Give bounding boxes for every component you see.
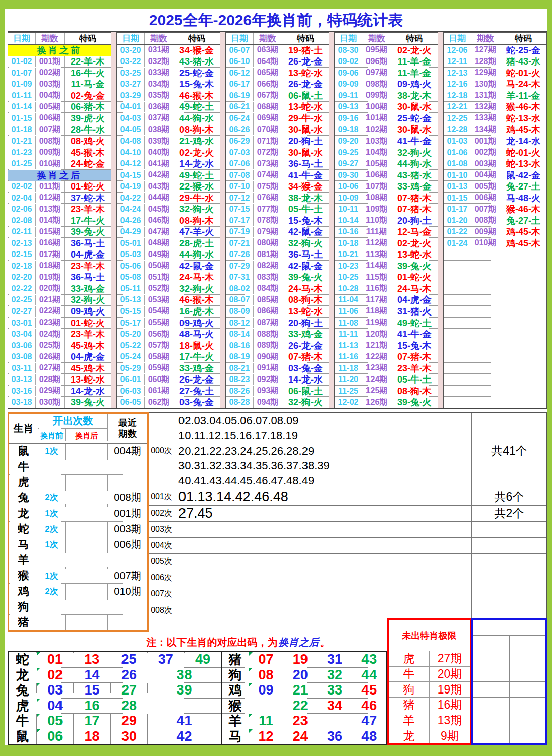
draw-row: 02-27022期09-鸡-火 (8, 306, 111, 318)
mapping-row: 兔03152739 (9, 683, 221, 699)
draw-date: 05-17 (117, 318, 145, 329)
draw-row: 05-11052期32-狗-火 (117, 283, 220, 295)
draw-code: 26-龙-金 (173, 374, 220, 385)
draw-period: 076期 (254, 193, 282, 204)
draw-period: 093期 (254, 386, 282, 397)
draw-row: 05-22057期18-鼠-火 (117, 340, 220, 352)
draw-row: 09-20103期41-牛-金 (335, 136, 438, 147)
frequency-label: 007次 (149, 586, 174, 602)
frequency-numbers (174, 538, 472, 553)
zodiac-label: 鼠 (9, 729, 37, 744)
col-header-period: 期数 (471, 33, 500, 44)
draw-code: 蛇-25-金 (500, 45, 546, 56)
col-header-date: 日期 (444, 33, 471, 44)
period-table-group: 日期期数特码换肖之前01-02001期22-羊-木01-07002期16-牛-火… (8, 32, 111, 408)
draw-code: 46-猴-木 (173, 295, 220, 306)
draw-row: 01-06002期蛇-01-火 (444, 147, 546, 159)
draw-code: 39-兔-火 (282, 272, 329, 283)
draw-code: 蛇-13-水 (500, 158, 546, 169)
empty-cell (510, 636, 546, 651)
draw-date: 09-11 (335, 90, 362, 101)
draw-period: 004期 (471, 170, 500, 181)
draw-period: 105期 (362, 158, 391, 169)
draw-period: 003期 (36, 79, 65, 90)
draw-period: 003期 (471, 158, 500, 169)
draw-date: 03-25 (117, 68, 145, 79)
draw-period: 042期 (145, 170, 173, 181)
draw-period: 096期 (362, 56, 391, 68)
draw-period: 009期 (36, 147, 65, 158)
note-prefix: 注：以下生肖的对应出码，为 (147, 636, 278, 649)
draw-code: 07-猪-木 (282, 351, 329, 362)
draw-period: 015期 (36, 227, 65, 238)
draw-date: 06-05 (117, 397, 145, 408)
draw-code (500, 295, 546, 306)
draw-period (471, 340, 500, 351)
draw-row (444, 249, 546, 261)
draw-row: 01-09003期11-马-金 (8, 79, 111, 91)
zodiac-mapping-table-left: 蛇0113253749龙02142638兔03152739虎041628牛051… (8, 651, 222, 745)
draw-row (444, 261, 546, 272)
draw-period: 020期 (36, 283, 65, 294)
zodiac-label: 羊 (222, 714, 249, 729)
draw-period: 085期 (254, 295, 282, 306)
limit-row: 龙9期 (389, 728, 470, 743)
limit-zodiac: 牛 (389, 667, 430, 682)
draw-period: 107期 (362, 181, 391, 192)
draw-date: 02-08 (8, 215, 36, 226)
draw-period: 007期 (36, 124, 65, 136)
frequency-table: 000次02.03.04.05.06.07.08.0910.11.12.15.1… (149, 412, 547, 618)
zodiac-number: 32 (318, 668, 352, 683)
zodiac-number: 39 (148, 683, 221, 698)
draw-code: 38-龙-木 (282, 193, 329, 204)
zodiac-label: 龙 (9, 506, 38, 521)
zodiac-label: 蛇 (9, 522, 38, 537)
zodiac-label: 马 (222, 729, 249, 744)
draw-period (471, 306, 500, 317)
draw-period: 006期 (471, 193, 500, 204)
draw-row: 05-20056期48-马-火 (117, 329, 220, 340)
group-header: 日期期数特码 (117, 33, 220, 45)
draw-date: 03-13 (8, 374, 36, 385)
draw-code: 41-牛-金 (282, 170, 329, 181)
col-header-period: 期数 (36, 33, 65, 44)
zodiac-stat-row: 马1次006期 (9, 537, 147, 553)
empty-cell (473, 620, 545, 635)
draw-period: 087期 (254, 318, 282, 329)
frequency-label: 000次 (149, 413, 174, 489)
draw-code: 39-兔-火 (65, 397, 111, 408)
draw-code (500, 306, 546, 317)
draw-date: 03-16 (8, 386, 36, 397)
draw-date: 03-27 (117, 79, 145, 90)
draw-row: 02-08014期17-牛-火 (8, 215, 111, 227)
draw-row: 10-21113期13-蛇-水 (335, 249, 438, 261)
recent-period-value: 007期 (108, 568, 147, 583)
draw-code: 30-鼠-水 (391, 124, 438, 136)
draw-code: 鸡-45-木 (500, 227, 546, 238)
draw-date: 01-03 (444, 136, 471, 147)
zodiac-label: 兔 (9, 490, 38, 506)
frequency-numbers: 02.03.04.05.06.07.08.0910.11.12.15.16.17… (174, 413, 472, 489)
recent-header: 最近 期数 (108, 414, 147, 443)
draw-period: 104期 (362, 147, 391, 158)
draw-period: 072期 (254, 147, 282, 158)
recent-period-value: 001期 (108, 506, 147, 521)
draw-code: 20-狗-土 (282, 136, 329, 147)
draw-period: 100期 (362, 102, 391, 113)
draw-date: 06-29 (226, 136, 254, 147)
zodiac-stat-row: 羊 (9, 552, 147, 568)
draw-row: 02-13016期36-马-土 (8, 238, 111, 249)
draw-date: 08-30 (335, 45, 362, 56)
count-before-value: 1次 (38, 568, 66, 583)
note-suffix: 。 (320, 636, 330, 649)
draw-code: 18-鼠-火 (173, 340, 220, 351)
draw-code: 43-猪-水 (173, 56, 220, 68)
draw-code: 龙-14-水 (500, 136, 546, 147)
draw-period: 097期 (362, 68, 391, 79)
zodiac-number: 42 (148, 729, 221, 744)
draw-code: 44-狗-水 (391, 158, 438, 169)
draw-period: 069期 (254, 113, 282, 124)
frequency-row: 006次 (149, 570, 546, 586)
draw-period (471, 363, 500, 374)
draw-row: 10-09108期07-猪-木 (335, 193, 438, 204)
